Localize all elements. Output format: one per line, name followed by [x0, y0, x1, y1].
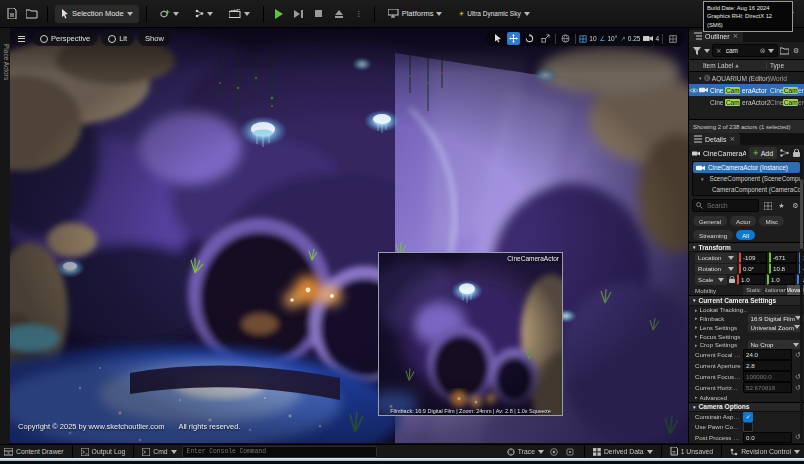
search-clear-icon[interactable]: ×: [716, 47, 722, 55]
grid-snap-control[interactable]: 10: [579, 35, 596, 43]
show-button[interactable]: Show: [138, 31, 171, 46]
lit-button[interactable]: Lit: [101, 31, 134, 46]
filter-icon[interactable]: [692, 45, 702, 56]
revision-control-button[interactable]: Revision Control: [730, 448, 800, 456]
lookat-tracking-row[interactable]: ▸ Lookat Tracking..: [689, 306, 804, 314]
filmback-dropdown[interactable]: 16:9 Digital Film: [748, 314, 804, 323]
cmd-button[interactable]: Cmd: [142, 448, 176, 456]
outliner-search-box[interactable]: × ⊗: [712, 44, 778, 57]
close-icon[interactable]: ×: [729, 135, 735, 143]
play-options-icon[interactable]: ⋮: [351, 6, 367, 22]
details-scrollbar[interactable]: [800, 149, 803, 441]
selection-mode-button[interactable]: Selection Mode: [55, 5, 139, 23]
component-row-actor[interactable]: CineCameraActor (Instance): [693, 162, 800, 173]
viewport-scene[interactable]: [10, 28, 688, 443]
console-command-input[interactable]: [182, 446, 377, 458]
chip-streaming[interactable]: Streaming: [693, 230, 733, 240]
viewport-options-icon[interactable]: [14, 31, 29, 46]
close-icon[interactable]: ×: [733, 32, 739, 40]
star-icon[interactable]: ★: [776, 200, 787, 211]
component-row-camera[interactable]: CameraComponent (CameraComp: [693, 184, 800, 195]
current-aperture-field[interactable]: 2.8: [743, 360, 792, 371]
select-tool-icon[interactable]: [491, 32, 504, 45]
rotation-snap-control[interactable]: ∠ 10°: [600, 35, 618, 43]
rotation-dropdown[interactable]: Rotation: [695, 264, 737, 274]
scale-snap-control[interactable]: ↗ 0.25: [620, 35, 640, 43]
cinematics-button[interactable]: [223, 5, 256, 23]
location-y-field[interactable]: -671: [769, 252, 797, 263]
rotation-x-field[interactable]: 0.0°: [739, 263, 767, 274]
play-button[interactable]: [271, 6, 287, 22]
outliner-search-input[interactable]: [724, 46, 758, 55]
camera-speed-control[interactable]: 4: [643, 35, 659, 42]
component-row-scene[interactable]: ▾ SceneComponent (SceneComponent: [693, 173, 800, 184]
chip-general[interactable]: General: [693, 216, 727, 226]
outliner-row-cinecameraactor[interactable]: CineCameraActor CineCamera: [689, 84, 804, 96]
derived-data-button[interactable]: Derived Data: [593, 448, 653, 456]
details-search-box[interactable]: [692, 199, 759, 212]
eject-button[interactable]: [331, 6, 347, 22]
add-actor-button[interactable]: [154, 5, 185, 23]
display-filter-icon[interactable]: [762, 200, 773, 211]
scale-x-field[interactable]: 1.0: [737, 274, 765, 285]
world-space-icon[interactable]: [559, 32, 572, 45]
scale-tool-icon[interactable]: [539, 32, 552, 45]
browse-icon[interactable]: [24, 6, 40, 22]
mobility-static[interactable]: Static: [743, 285, 764, 295]
chip-misc[interactable]: Misc: [759, 216, 784, 226]
chevron-down-icon[interactable]: [704, 49, 710, 53]
details-search-input[interactable]: [705, 201, 755, 210]
eye-icon[interactable]: [689, 88, 699, 93]
stop-button[interactable]: [311, 6, 327, 22]
constrain-aspect-checkbox[interactable]: ✓: [743, 412, 753, 422]
chevron-down-icon[interactable]: [768, 49, 774, 53]
add-component-button[interactable]: + Add: [749, 147, 777, 159]
expand-open-icon[interactable]: ▾: [699, 75, 702, 81]
sky-button[interactable]: ☀ Ultra Dynamic Sky: [452, 5, 535, 23]
lens-settings-dropdown[interactable]: Universal Zoom: [748, 323, 803, 332]
rotate-tool-icon[interactable]: [523, 32, 536, 45]
current-focal-length-field[interactable]: 24.0: [743, 349, 792, 360]
tab-details[interactable]: Details ×: [689, 133, 740, 145]
output-log-button[interactable]: Output Log: [81, 448, 126, 456]
camera-preview-window[interactable]: CineCameraActor Filmback: 16:9 Digital F…: [378, 252, 563, 416]
content-drawer-button[interactable]: Content Drawer: [4, 448, 64, 456]
crop-settings-dropdown[interactable]: No Crop: [748, 340, 802, 349]
advanced-row[interactable]: ▸ Advanced: [689, 393, 804, 401]
location-dropdown[interactable]: Location: [695, 253, 737, 263]
new-folder-icon[interactable]: [780, 45, 790, 56]
scale-lock-icon[interactable]: [729, 274, 735, 285]
location-x-field[interactable]: -109: [739, 252, 767, 263]
current-horizontal-fov-field[interactable]: 52.670818: [743, 382, 792, 393]
rotation-y-field[interactable]: 10.8: [769, 263, 797, 274]
outliner-column-header[interactable]: Item Label ▲ Type: [689, 59, 804, 72]
gear-icon[interactable]: ⚙: [791, 45, 801, 56]
save-icon[interactable]: [4, 6, 20, 22]
current-focus-distance-field[interactable]: 100000.0: [743, 371, 792, 382]
expand-open-icon[interactable]: ▾: [701, 176, 704, 182]
trace-bookmark-icon[interactable]: [565, 446, 576, 457]
scale-dropdown[interactable]: Scale: [695, 275, 727, 285]
move-tool-icon[interactable]: [507, 32, 520, 45]
outliner-row-world[interactable]: ▾ AQUARIUM (Editor) World: [689, 72, 804, 84]
chip-all[interactable]: All: [736, 230, 755, 240]
trace-button[interactable]: Trace: [507, 448, 544, 456]
frame-skip-button[interactable]: [291, 6, 307, 22]
section-camera-options[interactable]: ▾ Camera Options: [689, 402, 804, 412]
chip-actor[interactable]: Actor: [730, 216, 756, 226]
focus-settings-row[interactable]: ▸ Focus Settings: [689, 332, 804, 340]
blueprint-graph-icon[interactable]: [780, 148, 789, 159]
unsaved-button[interactable]: 1 Unsaved: [670, 447, 714, 456]
section-camera-settings[interactable]: ▾ Current Camera Settings: [689, 295, 804, 305]
trace-screenshot-icon[interactable]: [549, 446, 560, 457]
outliner-row-cinecameraactor2[interactable]: CineCameraActor2 CineCamera: [689, 96, 804, 108]
platforms-button[interactable]: Platforms: [382, 5, 449, 23]
post-process-field[interactable]: 0.0: [743, 432, 792, 443]
level-viewport[interactable]: Perspective Lit Show: [10, 28, 688, 443]
scale-y-field[interactable]: 1.0: [767, 274, 795, 285]
section-transform[interactable]: ▾ Transform: [689, 242, 804, 252]
maximize-viewport-icon[interactable]: [666, 32, 679, 45]
mobility-stationary[interactable]: Stationary: [765, 285, 786, 295]
blueprint-button[interactable]: [189, 5, 219, 23]
circle-x-icon[interactable]: ⊗: [760, 47, 766, 55]
